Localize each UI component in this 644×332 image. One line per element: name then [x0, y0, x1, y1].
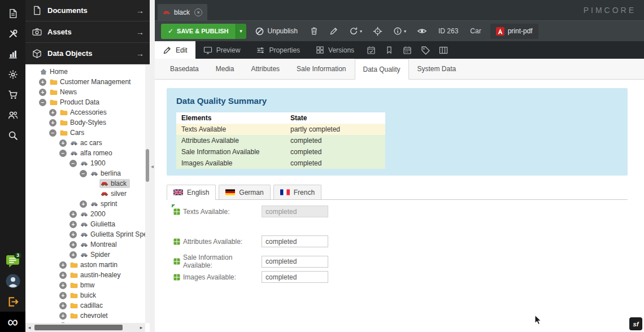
unpublish-button[interactable]: Unpublish — [250, 24, 302, 39]
tree-item-spider[interactable]: +Spider — [25, 250, 145, 260]
collapse-icon[interactable]: − — [69, 160, 77, 167]
calendar-button[interactable] — [398, 41, 416, 59]
field-input[interactable] — [262, 235, 328, 247]
print-pdf-button[interactable]: print-pdf — [490, 24, 538, 39]
logout-button[interactable] — [0, 291, 25, 312]
settings-button[interactable] — [0, 64, 25, 85]
field-input[interactable] — [262, 256, 328, 268]
expand-icon[interactable]: + — [59, 272, 67, 279]
mode-tab-versions[interactable]: Versions — [308, 41, 362, 59]
content-tab-media[interactable]: Media — [207, 59, 243, 79]
expand-icon[interactable]: + — [59, 139, 67, 147]
expand-icon[interactable]: + — [39, 78, 46, 86]
expand-icon[interactable]: + — [49, 109, 56, 116]
language-tab-english[interactable]: English — [167, 185, 216, 199]
expand-icon[interactable]: + — [59, 302, 67, 309]
tree-item-customer-management[interactable]: +Customer Management — [25, 77, 145, 87]
tree-item-gulietta-sprint-specia[interactable]: +Gulietta Sprint Specia — [25, 229, 145, 239]
tree-item-ac-cars[interactable]: +ac cars — [25, 138, 145, 148]
locate-in-tree-button[interactable] — [369, 24, 386, 39]
reports-layout-button[interactable] — [434, 41, 452, 59]
tree-item-cars[interactable]: −Cars — [25, 128, 145, 138]
tree-horizontal-scrollbar[interactable]: ◂ ▸ — [25, 323, 145, 332]
tree-item-accessories[interactable]: +Accessories — [25, 107, 145, 117]
close-tab-icon[interactable]: × — [194, 8, 202, 16]
field-input[interactable] — [262, 206, 328, 217]
language-tab-french[interactable]: French — [273, 185, 321, 199]
scheduled-tasks-button[interactable] — [362, 41, 380, 59]
tree-item-buick[interactable]: +buick — [25, 290, 145, 300]
tree-item-body-styles[interactable]: +Body-Styles — [25, 117, 145, 128]
mode-tab-properties[interactable]: Properties — [248, 41, 308, 59]
expand-icon[interactable]: + — [69, 251, 77, 259]
notes-events-button[interactable] — [380, 41, 398, 59]
open-preview-button[interactable] — [414, 24, 430, 39]
collapse-icon[interactable]: − — [49, 129, 56, 137]
mode-tab-preview[interactable]: Preview — [195, 41, 249, 59]
expand-icon[interactable]: + — [39, 89, 46, 96]
vertical-scroll-thumb[interactable] — [146, 149, 149, 182]
debug-toolbar-badge[interactable]: sf — [629, 317, 642, 330]
horizontal-scroll-thumb[interactable] — [34, 325, 123, 330]
expand-icon[interactable]: + — [69, 241, 77, 248]
tree-item-chevrolet[interactable]: +chevrolet — [25, 311, 145, 321]
content-tab-basedata[interactable]: Basedata — [162, 59, 207, 79]
info-button[interactable]: ▾ — [390, 24, 410, 39]
search-button[interactable] — [0, 125, 25, 146]
content-tab-data-quality[interactable]: Data Quality — [355, 59, 409, 80]
expand-icon[interactable]: + — [69, 221, 77, 228]
expand-icon[interactable]: + — [59, 292, 67, 299]
customers-button[interactable] — [0, 105, 25, 125]
tree-item-alfa-romeo[interactable]: −alfa romeo — [25, 148, 145, 158]
collapse-sidebar-icon[interactable]: ◂ — [151, 163, 154, 169]
tree-item-aston-martin[interactable]: +aston martin — [25, 260, 145, 270]
tree-item-silver[interactable]: silver — [25, 189, 145, 199]
tab-black[interactable]: black × — [158, 4, 207, 20]
save-options-caret[interactable]: ▾ — [236, 24, 246, 39]
tree-item-cadillac[interactable]: +cadillac — [25, 300, 145, 311]
expand-icon[interactable]: + — [69, 231, 77, 238]
expand-icon[interactable]: + — [59, 312, 67, 320]
tree-item-home[interactable]: Home — [25, 67, 145, 77]
content-tab-system-data[interactable]: System Data — [409, 59, 465, 79]
user-avatar[interactable] — [0, 271, 25, 291]
file-button[interactable] — [0, 3, 25, 24]
delete-button[interactable] — [306, 24, 322, 39]
tree-item-product-data[interactable]: −Product Data — [25, 97, 145, 107]
scroll-right-icon[interactable]: ▸ — [137, 325, 145, 330]
tree-item-2000[interactable]: +2000 — [25, 209, 145, 219]
language-tab-german[interactable]: German — [219, 185, 270, 199]
expand-icon[interactable]: + — [49, 119, 56, 126]
expand-icon[interactable]: + — [59, 261, 67, 269]
save-publish-button[interactable]: ✓ SAVE & PUBLISH — [161, 24, 236, 39]
reports-button[interactable] — [0, 44, 25, 64]
collapse-icon[interactable]: − — [59, 150, 67, 157]
panel-documents[interactable]: Documents → — [25, 0, 150, 21]
field-input[interactable] — [262, 271, 328, 283]
tree-item-giulietta[interactable]: +Giulietta — [25, 219, 145, 229]
rename-button[interactable] — [326, 24, 342, 39]
tree-item-black[interactable]: black — [25, 178, 145, 189]
info-dropdown-caret[interactable]: ▾ — [404, 29, 406, 34]
tree-item-montreal[interactable]: +Montreal — [25, 239, 145, 250]
tree-item-bmw[interactable]: +bmw — [25, 280, 145, 290]
tools-button[interactable] — [0, 24, 25, 44]
tree-item-1900[interactable]: −1900 — [25, 158, 145, 168]
sidebar-splitter[interactable]: ◂ — [150, 0, 155, 332]
content-tab-attributes[interactable]: Attributes — [242, 59, 288, 79]
tree-item-austin-healey[interactable]: +austin-healey — [25, 270, 145, 280]
panel-data-objects[interactable]: Data Objects → — [25, 43, 150, 64]
tags-button[interactable] — [416, 41, 434, 59]
notifications-button[interactable]: 3 — [0, 251, 25, 271]
scroll-left-icon[interactable]: ◂ — [25, 325, 33, 330]
horizontal-scroll-track[interactable] — [33, 323, 137, 332]
reload-dropdown-caret[interactable]: ▾ — [360, 29, 362, 34]
tree-vertical-scrollbar[interactable] — [145, 64, 150, 323]
mode-tab-edit[interactable]: Edit — [155, 41, 195, 59]
collapse-icon[interactable]: − — [39, 99, 46, 106]
expand-icon[interactable]: + — [69, 211, 77, 218]
reload-button[interactable]: ▾ — [346, 24, 365, 39]
expand-icon[interactable]: + — [59, 282, 67, 289]
expand-icon[interactable]: + — [80, 200, 87, 208]
ecommerce-button[interactable] — [0, 85, 25, 105]
